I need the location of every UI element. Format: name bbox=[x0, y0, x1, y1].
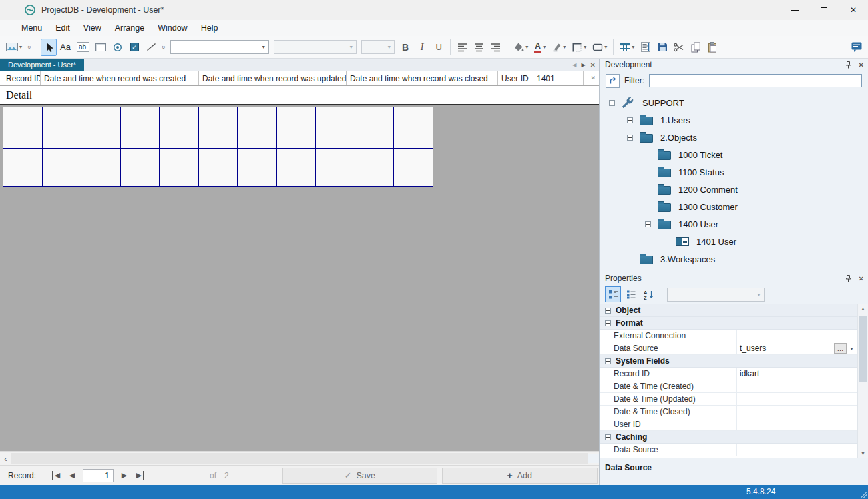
italic-button[interactable]: I bbox=[414, 39, 430, 56]
insert-picture-button[interactable]: ▾ bbox=[3, 39, 25, 56]
scroll-down-icon[interactable]: ▼ bbox=[858, 451, 868, 456]
design-grid-cell[interactable] bbox=[199, 107, 238, 149]
property-row-record-id[interactable]: Record IDidkart bbox=[600, 368, 857, 380]
property-value[interactable] bbox=[737, 393, 857, 405]
add-record-button[interactable]: + Add bbox=[442, 468, 598, 484]
menu-item-help[interactable]: Help bbox=[194, 21, 225, 35]
design-grid-cell[interactable] bbox=[394, 107, 433, 149]
design-grid-cell[interactable] bbox=[355, 149, 395, 187]
property-row-data-source[interactable]: Data Sourcet_users…▾ bbox=[600, 342, 857, 355]
property-value[interactable] bbox=[737, 444, 857, 456]
property-value[interactable] bbox=[737, 406, 857, 418]
last-record-button[interactable]: ▶ bbox=[132, 468, 148, 483]
tab-close-icon[interactable]: ✕ bbox=[590, 61, 596, 69]
design-grid-cell[interactable] bbox=[160, 149, 199, 187]
field-header-date-and-time-when-record-was-created[interactable]: Date and time when record was created bbox=[41, 71, 199, 85]
property-row-date-time-created[interactable]: Date & Time (Created) bbox=[600, 380, 857, 393]
tree-item-support[interactable]: SUPPORT bbox=[600, 94, 868, 111]
vertical-scrollbar[interactable]: ▲ ▼ bbox=[857, 304, 868, 458]
tree-item-1100-status[interactable]: 1100 Status bbox=[600, 163, 868, 181]
scroll-left-icon[interactable]: ‹ bbox=[0, 454, 11, 463]
insert-table-button[interactable]: ▾ bbox=[617, 39, 637, 56]
tab-scroll-left-icon[interactable]: ◀ bbox=[572, 62, 576, 68]
design-grid-cell[interactable] bbox=[316, 107, 355, 149]
font-family-combo[interactable]: ▾ bbox=[170, 40, 269, 54]
tree-item-1300-customer[interactable]: 1300 Customer bbox=[600, 198, 868, 215]
align-center-button[interactable] bbox=[471, 39, 487, 56]
minimize-button[interactable] bbox=[780, 0, 809, 20]
cut-button[interactable] bbox=[671, 39, 687, 56]
tree-item-1401-user[interactable]: 1401 User bbox=[600, 233, 868, 250]
design-grid-cell[interactable] bbox=[277, 149, 316, 187]
property-category-caching[interactable]: Caching bbox=[600, 431, 857, 444]
menu-item-menu[interactable]: Menu bbox=[15, 21, 49, 35]
field-header-1401[interactable]: 1401 bbox=[533, 71, 584, 85]
maximize-button[interactable] bbox=[809, 0, 839, 20]
resize-grip[interactable] bbox=[860, 491, 867, 498]
tree-item-2-objects[interactable]: 2.Objects bbox=[600, 129, 868, 146]
close-panel-icon[interactable]: ✕ bbox=[859, 275, 864, 282]
radio-tool-button[interactable] bbox=[110, 39, 126, 56]
field-header-date-and-time-when-record-was-closed[interactable]: Date and time when record was closed bbox=[347, 71, 498, 85]
categorized-view-button[interactable] bbox=[605, 286, 621, 302]
line-tool-button[interactable] bbox=[143, 39, 159, 56]
fill-color-button[interactable]: ▾ bbox=[511, 39, 531, 56]
next-record-button[interactable]: ▶ bbox=[116, 468, 132, 483]
frame-tool-button[interactable] bbox=[93, 39, 109, 56]
field-overflow-chevron-icon[interactable]: » bbox=[590, 76, 598, 80]
property-row-date-time-closed[interactable]: Date & Time (Closed) bbox=[600, 406, 857, 418]
property-value[interactable] bbox=[737, 380, 857, 392]
design-grid-cell[interactable] bbox=[121, 107, 160, 149]
tab-development-user[interactable]: Development - User* bbox=[0, 59, 84, 71]
design-grid-cell[interactable] bbox=[238, 107, 277, 149]
scroll-up-icon[interactable]: ▲ bbox=[858, 306, 868, 311]
dropdown-caret-icon[interactable]: ▾ bbox=[847, 343, 857, 354]
list-view-button[interactable] bbox=[623, 286, 639, 302]
save-record-button[interactable]: ✓ Save bbox=[282, 468, 437, 484]
design-grid-cell[interactable] bbox=[3, 149, 43, 187]
collapse-icon[interactable] bbox=[605, 358, 611, 364]
border-style-button[interactable]: ▾ bbox=[569, 39, 589, 56]
tree-item-1000-ticket[interactable]: 1000 Ticket bbox=[600, 146, 868, 163]
design-grid-cell[interactable] bbox=[121, 149, 160, 187]
highlight-color-button[interactable]: ▾ bbox=[549, 39, 568, 56]
ellipsis-button[interactable]: … bbox=[834, 343, 847, 354]
align-left-button[interactable] bbox=[454, 39, 470, 56]
property-value[interactable] bbox=[737, 418, 857, 430]
menu-item-window[interactable]: Window bbox=[151, 21, 194, 35]
align-right-button[interactable] bbox=[487, 39, 503, 56]
tree-item-3-workspaces[interactable]: 3.Workspaces bbox=[600, 250, 868, 268]
design-grid-cell[interactable] bbox=[394, 149, 433, 187]
font-size-combo[interactable]: ▾ bbox=[361, 40, 395, 54]
first-record-button[interactable]: ◀ bbox=[48, 468, 64, 483]
bold-button[interactable]: B bbox=[397, 39, 413, 56]
underline-button[interactable]: U bbox=[431, 39, 447, 56]
close-panel-icon[interactable]: ✕ bbox=[859, 61, 864, 69]
property-object-combo[interactable]: ▾ bbox=[667, 288, 765, 302]
design-grid-cell[interactable] bbox=[277, 107, 316, 149]
detail-band-header[interactable]: Detail bbox=[0, 86, 599, 105]
design-canvas[interactable] bbox=[0, 105, 599, 451]
property-value[interactable] bbox=[737, 330, 857, 342]
property-row-data-source[interactable]: Data Source bbox=[600, 444, 857, 456]
textbox-tool-button[interactable]: ab bbox=[74, 39, 92, 56]
collapse-icon[interactable] bbox=[609, 100, 615, 106]
design-grid-cell[interactable] bbox=[316, 149, 355, 187]
font-color-button[interactable]: A ▾ bbox=[531, 39, 548, 56]
checkbox-tool-button[interactable]: ✓ bbox=[126, 39, 142, 56]
locate-object-button[interactable] bbox=[606, 74, 620, 88]
tools-overflow-icon[interactable]: » bbox=[160, 43, 167, 51]
menu-item-view[interactable]: View bbox=[77, 21, 108, 35]
property-category-system-fields[interactable]: System Fields bbox=[600, 355, 857, 368]
close-button[interactable]: ✕ bbox=[839, 0, 868, 20]
collapse-icon[interactable] bbox=[645, 221, 651, 227]
toolbar-overflow-icon[interactable]: » bbox=[26, 43, 33, 51]
pointer-tool-button[interactable] bbox=[41, 39, 57, 56]
collapse-icon[interactable] bbox=[627, 135, 633, 141]
record-number-input[interactable] bbox=[83, 469, 114, 482]
tree-item-1400-user[interactable]: 1400 User bbox=[600, 215, 868, 233]
menu-item-arrange[interactable]: Arrange bbox=[108, 21, 151, 35]
property-value[interactable]: idkart bbox=[737, 368, 857, 380]
design-grid-cell[interactable] bbox=[238, 149, 277, 187]
menu-item-edit[interactable]: Edit bbox=[49, 21, 77, 35]
